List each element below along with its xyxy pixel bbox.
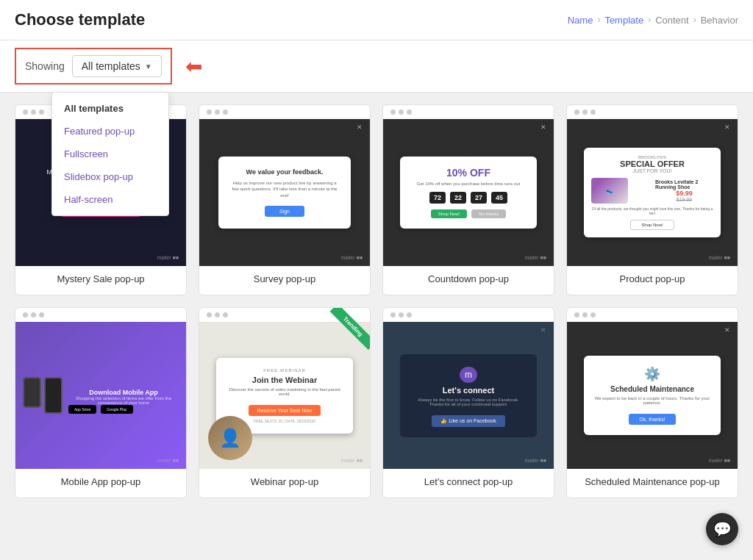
connect-facebook-btn[interactable]: 👍 Like us on Facebook: [432, 415, 505, 427]
product-shop-btn[interactable]: Shop Now!: [630, 220, 674, 230]
dot-2: [215, 110, 220, 115]
dot-3: [39, 312, 44, 317]
dot-1: [574, 312, 579, 317]
product-popup: ✕ BROOKLYN'S SPECIAL OFFER JUST FOR YOU!…: [584, 148, 721, 237]
dropdown-option-featured[interactable]: Featured pop-up: [52, 120, 168, 143]
dropdown-option-halfscreen[interactable]: Half-screen: [52, 188, 168, 211]
survey-description: Help us improve our new product line by …: [230, 180, 340, 198]
mobile-text-block: Download Mobile App Shopping the selecti…: [68, 389, 179, 414]
connect-subtext: Always be the first to know. Follow us o…: [410, 398, 527, 406]
shoe-img: 👟: [591, 178, 628, 204]
countdown-buttons: Shop Now! No thanks: [410, 209, 527, 218]
store-buttons: App Store Google Play: [68, 405, 179, 414]
breadcrumb-sep-3: ›: [693, 15, 696, 25]
chat-bubble-btn[interactable]: 💬: [706, 513, 738, 545]
maintenance-gear-icon: ⚙️: [594, 366, 710, 382]
countdown-close-icon: ✕: [540, 123, 546, 131]
breadcrumb: Name › Template › Content › Behavior: [568, 15, 738, 26]
showing-filter-area: Showing All templates ▼: [15, 48, 172, 85]
countdown-discount: 10% OFF: [410, 167, 527, 179]
webinar-person-img: 👤: [208, 416, 252, 460]
countdown-mailer-logo: mailer ■■: [525, 255, 546, 260]
card-dots-product: [567, 105, 738, 119]
webinar-reserve-btn[interactable]: Reserve Your Seat Now: [249, 405, 321, 416]
webinar-mailer-logo: mailer ■■: [341, 458, 363, 463]
person-icon: 👤: [219, 428, 241, 448]
webinar-sublabel: Free Webinar: [226, 368, 343, 373]
countdown-preview: ✕ 10% OFF Get 10% off when you purchase …: [383, 119, 554, 266]
breadcrumb-behavior: Behavior: [701, 15, 738, 26]
dot-1: [207, 110, 212, 115]
product-info: Brooks Levitate 2 Running Shoe $9.99 $19…: [655, 179, 713, 202]
product-old-price: $19.99: [655, 197, 713, 202]
appstore-btn[interactable]: App Store: [68, 405, 96, 414]
red-arrow-indicator: ⬅: [185, 54, 202, 79]
template-card-survey[interactable]: ✕ We value your feedback. Help us improv…: [199, 104, 371, 295]
mobile-phones: [23, 377, 63, 414]
maintenance-mailer-logo: mailer ■■: [709, 458, 730, 463]
card-dots-mobile: [15, 308, 186, 322]
chat-icon: 💬: [713, 520, 732, 538]
breadcrumb-sep-2: ›: [648, 15, 651, 25]
connect-popup: ✕ m Let's connect Always be the first to…: [400, 354, 537, 437]
phone-1: [23, 377, 41, 408]
dot-3: [590, 312, 596, 317]
dot-1: [574, 110, 579, 115]
googleplay-btn[interactable]: Google Play: [101, 405, 132, 414]
timer-seconds: 27: [471, 192, 487, 204]
chevron-down-icon: ▼: [145, 62, 152, 71]
mystery-mailer-logo: mailer ■■: [157, 255, 179, 260]
survey-sign-btn[interactable]: Sign: [265, 206, 304, 217]
showing-label: Showing: [25, 60, 65, 72]
template-card-webinar[interactable]: Trending 👤 ✕ Free Webinar Join the Webin…: [199, 307, 371, 498]
countdown-no-btn[interactable]: No thanks: [471, 209, 506, 218]
countdown-shop-btn[interactable]: Shop Now!: [431, 209, 467, 218]
breadcrumb-content: Content: [655, 15, 689, 26]
dot-2: [31, 312, 36, 317]
survey-preview: ✕ We value your feedback. Help us improv…: [199, 119, 370, 266]
template-card-countdown[interactable]: ✕ 10% OFF Get 10% off when you purchase …: [382, 104, 554, 295]
dropdown-option-all[interactable]: All templates: [52, 97, 168, 120]
mobile-subtext: Shopping the selection of items we offer…: [68, 396, 179, 405]
product-price: $9.99: [655, 190, 713, 197]
mystery-sale-label: Mystery Sale pop-up: [15, 266, 186, 295]
maintenance-ok-btn[interactable]: Ok, thanks!: [629, 414, 675, 425]
mobile-content: Download Mobile App Shopping the selecti…: [23, 377, 179, 414]
trending-badge-text: Trending: [330, 308, 370, 350]
dropdown-menu: All templates Featured pop-up Fullscreen…: [51, 92, 169, 216]
maintenance-preview: ✕ ⚙️ Scheduled Maintenance We expect to …: [567, 322, 738, 469]
webinar-description: Discover the secrets of video marketing …: [226, 387, 343, 396]
dot-1: [207, 312, 212, 317]
dropdown-option-slidebox[interactable]: Slidebox pop-up: [52, 165, 168, 188]
page-title: Choose template: [15, 10, 145, 29]
template-card-connect[interactable]: ✕ m Let's connect Always be the first to…: [382, 307, 554, 498]
breadcrumb-sep-1: ›: [597, 15, 600, 25]
product-special-text: SPECIAL OFFER: [591, 159, 713, 168]
dot-2: [399, 110, 404, 115]
dot-3: [407, 312, 412, 317]
dropdown-option-fullscreen[interactable]: Fullscreen: [52, 143, 168, 165]
template-filter-dropdown[interactable]: All templates ▼: [72, 55, 162, 77]
toolbar: Showing All templates ▼ ⬅ All templates …: [0, 40, 753, 93]
template-card-maintenance[interactable]: ✕ ⚙️ Scheduled Maintenance We expect to …: [566, 307, 738, 498]
card-dots-maintenance: [567, 308, 738, 322]
timer-ms: 45: [491, 192, 507, 204]
dot-2: [399, 312, 404, 317]
dropdown-current-value: All templates: [82, 60, 140, 72]
product-name: Brooks Levitate 2 Running Shoe: [655, 179, 713, 190]
webinar-label: Webinar pop-up: [199, 469, 370, 498]
header: Choose template Name › Template › Conten…: [0, 0, 753, 40]
mobile-label: Mobile App pop-up: [15, 469, 186, 498]
countdown-timer: 72 22 27 45: [410, 192, 527, 204]
breadcrumb-name[interactable]: Name: [568, 15, 593, 26]
template-card-product[interactable]: ✕ BROOKLYN'S SPECIAL OFFER JUST FOR YOU!…: [566, 104, 738, 295]
dot-2: [582, 110, 588, 115]
countdown-label: Countdown pop-up: [383, 266, 554, 295]
timer-hours: 72: [429, 192, 446, 204]
breadcrumb-template[interactable]: Template: [604, 15, 643, 26]
webinar-title: Join the Webinar: [226, 376, 343, 384]
survey-close-icon: ✕: [357, 123, 363, 131]
dot-1: [23, 312, 28, 317]
template-card-mobile-app[interactable]: Download Mobile App Shopping the selecti…: [15, 307, 187, 498]
phone-2: [44, 377, 63, 414]
